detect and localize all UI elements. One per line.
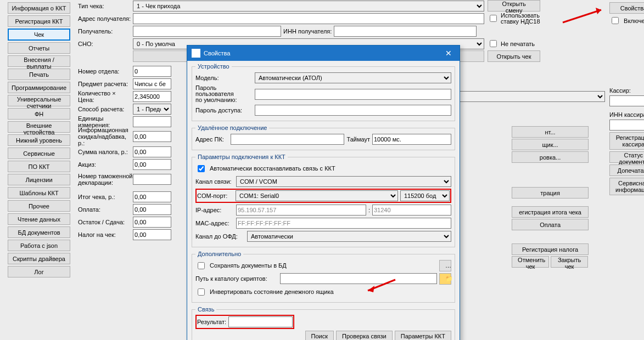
kassir-input[interactable] — [609, 95, 644, 106]
kanal-label: Канал связи: — [195, 178, 234, 185]
open-smena-button[interactable]: Открыть смену — [488, 0, 540, 12]
group-conn-legend: Связь — [195, 306, 216, 313]
search-button[interactable]: Поиск — [305, 331, 334, 341]
serv-info-button[interactable]: Сервисная информация — [609, 178, 644, 195]
partial-schik-button[interactable]: щик... — [512, 139, 589, 150]
sposob-select[interactable]: 1 - Предоп — [133, 104, 171, 115]
vklyucheno-checkbox[interactable] — [612, 17, 619, 24]
save-db-label: Сохранять документы в БД — [210, 262, 287, 269]
script-path-input[interactable] — [280, 273, 437, 284]
summa-naloga-input[interactable] — [133, 146, 171, 157]
sidebar-item-fn[interactable]: ФН — [8, 108, 70, 120]
otmenit-chek-button[interactable]: Отменить чек — [512, 256, 549, 268]
sidebar-item-reg-kkt[interactable]: Регистрация ККТ — [8, 15, 70, 27]
baud-select[interactable]: 115200 бод — [400, 190, 450, 201]
sidebar-item-schetchiki[interactable]: Универсальные счетчики — [8, 95, 70, 106]
sidebar-item-otchety[interactable]: Отчеты — [8, 42, 70, 54]
group-device: Устройство Модель: Автоматически (АТОЛ) … — [192, 63, 455, 121]
adres-pk-input[interactable] — [231, 134, 344, 145]
mac-label: MAC-адрес: — [195, 220, 234, 226]
kkt-params-button[interactable]: Параметры ККТ — [395, 331, 451, 341]
sidebar-item-programmirovanie[interactable]: Программирование — [8, 82, 70, 93]
inn-kassira-label: ИНН кассира: — [609, 111, 644, 118]
reg-naloga-button[interactable]: Регистрация налога — [512, 243, 589, 255]
inn-poluch-input[interactable] — [334, 26, 477, 37]
nomer-otdela-input[interactable] — [133, 66, 171, 77]
kanal-ofd-select[interactable]: Автоматически — [247, 231, 451, 242]
timeout-label: Таймаут — [346, 136, 370, 143]
sidebar-item-shablony[interactable]: Шаблоны ККТ — [8, 187, 70, 199]
partial-tracia-button[interactable]: трация — [512, 187, 589, 199]
db-settings-button[interactable]: … — [439, 260, 451, 271]
dopechatat-button[interactable]: Допечатать — [609, 165, 644, 176]
poluchatel-input[interactable] — [133, 26, 281, 37]
auto-restore-checkbox[interactable] — [198, 165, 205, 172]
dialog-titlebar[interactable]: Свойства ✕ — [187, 46, 460, 61]
partial-ent-button[interactable]: нт... — [512, 126, 589, 138]
sidebar-item-vneseniya[interactable]: Внесения / выплаты — [8, 55, 70, 67]
kanal-select[interactable]: COM / VCOM — [236, 176, 451, 187]
timeout-input[interactable] — [372, 134, 451, 145]
sidebar-item-log[interactable]: Лог — [8, 266, 70, 277]
sidebar-item-licenzii[interactable]: Лицензии — [8, 174, 70, 185]
predmet-input[interactable] — [133, 78, 171, 89]
ostatok-label: Остаток / Сдача: — [78, 219, 133, 225]
reg-itoga-button[interactable]: егистрация итога чека — [512, 206, 589, 218]
pwd-user-label: Пароль пользователя по умолчанию: — [195, 85, 253, 103]
pwd-user-input[interactable] — [255, 89, 451, 100]
akciz-input[interactable] — [133, 159, 171, 170]
sidebar-item-scripts[interactable]: Скрипты драйвера — [8, 253, 70, 264]
akciz-label: Акциз: — [78, 161, 133, 168]
sidebar-item-servisnye[interactable]: Сервисные — [8, 148, 70, 159]
zakryt-chek-button[interactable]: Закрыть чек — [551, 256, 588, 268]
sposob-label: Способ расчета: — [78, 106, 133, 112]
partial-rovka-button[interactable]: ровка... — [512, 151, 589, 163]
inn-kassira-input[interactable] — [609, 120, 644, 131]
nalog-input[interactable] — [133, 229, 171, 240]
sidebar-item-vneshnie[interactable]: Внешние устройства — [8, 121, 70, 133]
ostatok-input[interactable] — [133, 217, 171, 228]
folder-icon[interactable]: 📁 — [439, 273, 451, 285]
use-nds-label: Использовать ставку НДС18 — [501, 13, 540, 25]
nomer-otdela-label: Номер отдела: — [78, 68, 133, 75]
ed-input[interactable] — [133, 116, 171, 127]
reg-kassira-button[interactable]: Регистрация кассира — [609, 132, 644, 150]
sidebar-item-nizhniy[interactable]: Нижний уровень — [8, 134, 70, 146]
oplata-button[interactable]: Оплата — [512, 219, 589, 230]
model-select[interactable]: Автоматически (АТОЛ) — [255, 72, 451, 83]
info-skidka-input[interactable] — [133, 131, 171, 142]
tip-cheka-select[interactable]: 1 - Чек прихода — [133, 1, 484, 12]
sidebar-item-info-kkt[interactable]: Информация о ККТ — [8, 2, 70, 14]
invert-cash-checkbox[interactable] — [198, 288, 205, 296]
itog-input[interactable] — [133, 191, 171, 202]
predmet-label: Предмет расчета: — [78, 81, 133, 87]
save-db-checkbox[interactable] — [198, 262, 205, 269]
check-conn-button[interactable]: Проверка связи — [336, 331, 393, 341]
adres-poluchatelya-input[interactable] — [133, 13, 484, 24]
kolcena-input[interactable] — [133, 91, 171, 102]
ne-pechatat-label: Не печатать — [501, 41, 535, 47]
sidebar-item-json[interactable]: Работа с json — [8, 240, 70, 251]
close-icon[interactable]: ✕ — [438, 46, 460, 61]
inn-poluch-label: ИНН получателя: — [283, 28, 332, 35]
comport-select[interactable]: COM1: Serial0 — [236, 190, 398, 201]
mac-input — [236, 218, 451, 229]
use-nds-checkbox[interactable] — [490, 15, 497, 22]
sidebar-item-pechat[interactable]: Печать — [8, 69, 70, 80]
svoystva-button[interactable]: Свойства — [609, 2, 644, 14]
result-input[interactable] — [228, 316, 293, 327]
sidebar-item-prochee[interactable]: Прочее — [8, 200, 70, 212]
pwd-access-input[interactable] — [255, 105, 451, 116]
sidebar-item-chtenie[interactable]: Чтение данных — [8, 213, 70, 225]
sidebar-item-po-kkt[interactable]: ПО ККТ — [8, 161, 70, 172]
ne-pechatat-checkbox[interactable] — [490, 40, 497, 47]
comport-highlight: COM-порт: COM1: Serial0 115200 бод — [195, 189, 451, 203]
sidebar-item-chek[interactable]: Чек — [8, 29, 70, 41]
status-doc-button[interactable]: Статус документа — [609, 151, 644, 163]
sidebar-item-bd-dok[interactable]: БД документов — [8, 226, 70, 238]
right-panel: Свойства Включено Кассир: ИНН кассира: Р… — [608, 0, 644, 340]
nalog-label: Налог на чек: — [78, 231, 133, 238]
open-chek-button[interactable]: Открыть чек — [488, 50, 540, 62]
tamozh-input[interactable] — [133, 174, 171, 185]
oplata-input[interactable] — [133, 204, 171, 215]
